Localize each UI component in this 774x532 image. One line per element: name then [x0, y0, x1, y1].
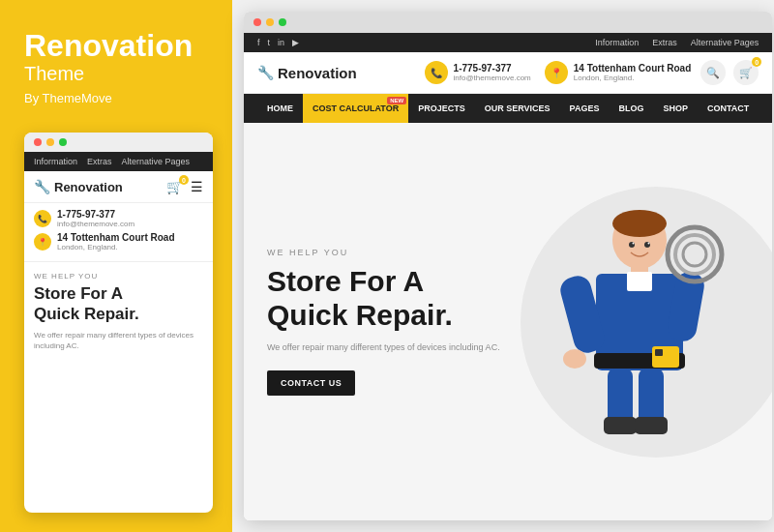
mobile-nav-alternative[interactable]: Alternative Pages	[122, 157, 191, 166]
desktop-hero: WE HELP YOU Store For A Quick Repair. We…	[244, 123, 772, 520]
desktop-preview-window: f t in ▶ Information Extras Alternative …	[244, 12, 772, 520]
mobile-nav-extras[interactable]: Extras	[87, 157, 112, 166]
nav-shop[interactable]: SHOP	[653, 94, 698, 123]
hamburger-icon[interactable]: ☰	[191, 179, 203, 194]
desktop-header: 🔧 Renovation 📞 1-775-97-377 info@thememo…	[244, 52, 772, 94]
hero-contact-button[interactable]: Contact Us	[267, 370, 355, 396]
nav-pages[interactable]: PAGES	[560, 94, 610, 123]
desktop-phone-icon: 📞	[425, 61, 448, 84]
desktop-logo-text: Renovation	[278, 65, 357, 81]
mobile-address: 14 Tottenham Court Road	[57, 232, 174, 243]
wrench-icon: 🔧	[34, 179, 50, 194]
nav-blog[interactable]: BLOG	[609, 94, 653, 123]
desktop-phone-item: 📞 1-775-97-377 info@thememove.com	[425, 61, 531, 84]
svg-point-20	[633, 242, 635, 244]
desktop-dot-green	[279, 18, 286, 26]
desktop-dot-red	[253, 18, 261, 26]
facebook-icon[interactable]: f	[257, 38, 260, 47]
mobile-hero-title: Store For A Quick Repair.	[34, 284, 203, 324]
mobile-preview-card: Information Extras Alternative Pages 🔧 R…	[24, 133, 213, 513]
desktop-nav-alternative[interactable]: Alternative Pages	[691, 38, 759, 47]
desktop-nav-extras[interactable]: Extras	[652, 38, 677, 47]
mobile-logo: 🔧 Renovation	[34, 179, 123, 194]
desktop-dot-yellow	[266, 18, 274, 26]
mobile-help-tag: WE HELP YOU	[34, 272, 203, 281]
mobile-cart-icon[interactable]: 🛒 0	[166, 179, 183, 194]
brand-subtitle: Theme	[24, 63, 213, 85]
hero-desc: We offer repair many different types of …	[267, 341, 511, 355]
mobile-header-icons: 🛒 0 ☰	[166, 179, 203, 194]
right-panel: f t in ▶ Information Extras Alternative …	[232, 0, 774, 532]
nav-cost-calculator[interactable]: COST CALCULATOR NEW	[303, 94, 408, 123]
hero-title: Store For A Quick Repair.	[267, 265, 511, 332]
svg-point-9	[683, 243, 706, 266]
mobile-email: info@thememove.com	[57, 220, 134, 228]
svg-rect-17	[655, 349, 663, 356]
desktop-location-icon: 📍	[545, 61, 568, 84]
twitter-icon[interactable]: t	[268, 38, 271, 47]
svg-rect-4	[627, 272, 652, 291]
mobile-logo-row: 🔧 Renovation 🛒 0 ☰	[24, 171, 213, 203]
desktop-address: 14 Tottenham Court Road	[574, 63, 691, 74]
svg-rect-14	[604, 417, 637, 434]
hero-image-area	[497, 123, 772, 520]
left-panel: Renovation Theme By ThemeMove Informatio…	[0, 0, 232, 532]
hero-content: WE HELP YOU Store For A Quick Repair. We…	[244, 219, 534, 425]
mobile-contact: 📞 1-775-97-377 info@thememove.com 📍 14 T…	[24, 203, 213, 262]
desktop-top-nav: f t in ▶ Information Extras Alternative …	[244, 33, 772, 52]
desktop-header-icons: 🔍 🛒 0	[700, 60, 759, 85]
desktop-address-item: 📍 14 Tottenham Court Road London, Englan…	[545, 61, 691, 84]
social-icons-row: f t in ▶	[257, 38, 299, 47]
cart-badge: 0	[179, 175, 189, 185]
desktop-main-nav: HOME COST CALCULATOR NEW PROJECTS OUR SE…	[244, 94, 772, 123]
desktop-nav-information[interactable]: Information	[595, 38, 639, 47]
hero-tag: WE HELP YOU	[267, 248, 511, 257]
dot-yellow	[46, 138, 54, 146]
desktop-email: info@thememove.com	[454, 74, 531, 82]
mobile-logo-text: Renovation	[54, 180, 123, 194]
worker-illustration	[538, 196, 731, 448]
mobile-titlebar	[24, 133, 213, 152]
desktop-search-icon[interactable]: 🔍	[700, 60, 726, 85]
mobile-phone: 1-775-97-377	[57, 209, 134, 220]
desktop-cart-icon[interactable]: 🛒 0	[733, 60, 759, 85]
desktop-titlebar	[244, 12, 772, 33]
brand-title: Renovation	[24, 29, 213, 63]
location-icon: 📍	[34, 233, 51, 251]
mobile-nav-information[interactable]: Information	[34, 157, 77, 166]
desktop-logo: 🔧 Renovation	[257, 65, 357, 81]
nav-projects[interactable]: PROJECTS	[408, 94, 475, 123]
svg-point-8	[675, 235, 714, 274]
svg-point-21	[648, 242, 650, 244]
mobile-address-sub: London, England.	[57, 243, 174, 251]
svg-point-1	[612, 210, 667, 237]
desktop-wrench-icon: 🔧	[257, 65, 274, 80]
mobile-hero-desc: We offer repair many different types of …	[34, 330, 203, 351]
desktop-address-sub: London, England.	[574, 74, 691, 82]
desktop-cart-badge: 0	[752, 57, 761, 67]
desktop-contact-items: 📞 1-775-97-377 info@thememove.com 📍 14 T…	[425, 61, 692, 84]
nav-home[interactable]: HOME	[257, 94, 303, 123]
desktop-phone: 1-775-97-377	[454, 63, 531, 74]
instagram-icon[interactable]: in	[278, 38, 284, 47]
svg-point-10	[563, 349, 586, 369]
svg-rect-15	[635, 417, 668, 434]
dot-red	[34, 138, 42, 146]
phone-icon: 📞	[34, 210, 51, 227]
mobile-address-item: 📍 14 Tottenham Court Road London, Englan…	[34, 232, 203, 251]
dot-green	[59, 138, 67, 146]
youtube-icon[interactable]: ▶	[292, 38, 299, 47]
brand-by: By ThemeMove	[24, 91, 213, 105]
nav-contact[interactable]: CONTACT	[698, 94, 759, 123]
mobile-phone-item: 📞 1-775-97-377 info@thememove.com	[34, 209, 203, 228]
nav-new-badge: NEW	[387, 97, 406, 104]
nav-our-services[interactable]: OUR SERVICES	[475, 94, 560, 123]
mobile-nav-top: Information Extras Alternative Pages	[24, 152, 213, 171]
mobile-hero: WE HELP YOU Store For A Quick Repair. We…	[24, 262, 213, 357]
